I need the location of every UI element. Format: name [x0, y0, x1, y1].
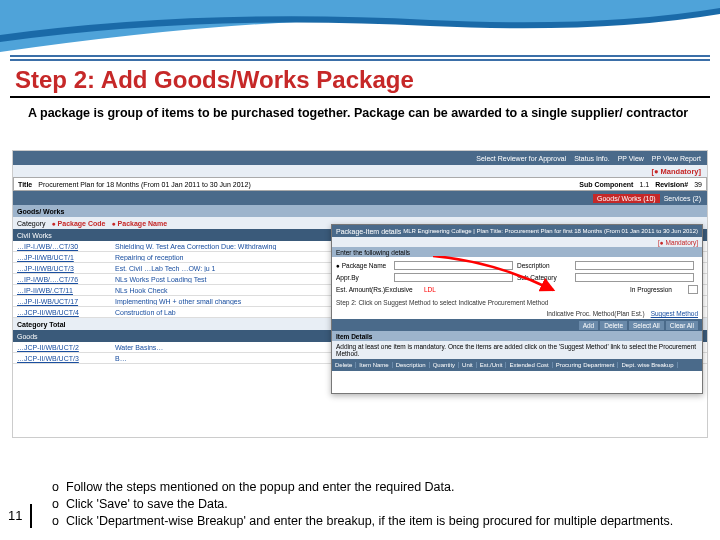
item-instructions: Adding at least one item is mandatory. O…	[332, 341, 702, 359]
description-input[interactable]	[575, 261, 694, 270]
title-underline	[10, 96, 710, 98]
slide-subtitle: A package is group of items to be purcha…	[28, 105, 700, 121]
popup-context: MLR Engineering College | Plan Title: Pr…	[403, 228, 698, 234]
instruction-list: oFollow the steps mentioned on the popup…	[52, 479, 700, 530]
clear-all-button[interactable]: Clear All	[666, 321, 698, 330]
popup-mandatory: [● Mandatory]	[658, 239, 698, 246]
instruction-item: Follow the steps mentioned on the popup …	[66, 479, 454, 496]
in-progression-label: In Progression	[630, 286, 688, 293]
indicative-method-label: Indicative Proc. Method(Plan Est.)	[546, 310, 644, 317]
popup-buttons: Add Delete Select All Clear All	[332, 319, 702, 331]
subcomponent-label: Sub Component	[579, 181, 633, 188]
popup-step2-note: Step 2: Click on Suggest Method to selec…	[332, 297, 702, 308]
tab-goods-works[interactable]: Goods/ Works (10)	[593, 194, 660, 203]
tab-services[interactable]: Services (2)	[664, 195, 701, 202]
in-progression-checkbox[interactable]	[688, 285, 698, 294]
approx-by-label: Appr.By	[336, 274, 394, 281]
bullet: o	[52, 479, 66, 496]
description-label: Description	[517, 262, 575, 269]
rule-line	[10, 59, 710, 61]
col-package-name: ● Package Name	[111, 220, 167, 227]
sub-category-input[interactable]	[575, 273, 694, 282]
plan-title-row: Title Procurement Plan for 18 Months (Fr…	[13, 177, 707, 191]
suggest-method-link[interactable]: Suggest Method	[651, 310, 698, 317]
pp-view-report-link[interactable]: PP View Report	[652, 155, 701, 162]
mandatory-legend: [● Mandatory]	[651, 167, 701, 176]
popup-step1: Enter the following details	[336, 249, 410, 256]
item-table-header: Delete Item Name Description Quantity Un…	[332, 359, 702, 371]
delete-button[interactable]: Delete	[600, 321, 627, 330]
add-button[interactable]: Add	[579, 321, 599, 330]
item-details-header: Item Details	[332, 331, 702, 341]
embedded-screenshot: Select Reviewer for Approval Status Info…	[12, 150, 708, 438]
title-label: Title	[18, 181, 32, 188]
select-reviewer-link[interactable]: Select Reviewer for Approval	[476, 155, 566, 162]
pp-view-link[interactable]: PP View	[618, 155, 644, 162]
col-package-code: ● Package Code	[51, 220, 105, 227]
revision-value: 39	[694, 181, 702, 188]
instruction-item: Click 'Department-wise Breakup' and ente…	[66, 513, 673, 530]
sub-category-label: Sub Category	[517, 274, 575, 281]
approx-by-input[interactable]	[394, 273, 513, 282]
popup-title: Package-Item details	[336, 228, 401, 235]
package-name-input[interactable]	[394, 261, 513, 270]
tab-strip: Goods/ Works (10) Services (2)	[13, 191, 707, 205]
bullet: o	[52, 513, 66, 530]
slide-title: Step 2: Add Goods/Works Package	[15, 66, 414, 94]
subcomponent-value: 1.1	[639, 181, 649, 188]
est-amt-hint: LDL	[424, 286, 436, 293]
goods-works-section: Goods/ Works	[13, 205, 707, 217]
est-amt-label: Est. Amount(Rs.)Exclusive	[336, 286, 424, 293]
col-category: Category	[17, 220, 45, 227]
package-name-label: ● Package Name	[336, 262, 394, 269]
select-all-button[interactable]: Select All	[629, 321, 664, 330]
rule-line	[10, 55, 710, 57]
package-item-popup: Package-Item detailsMLR Engineering Coll…	[331, 224, 703, 394]
decorative-wave	[0, 0, 720, 55]
instruction-item: Click 'Save' to save the Data.	[66, 496, 228, 513]
page-number: 11	[8, 504, 32, 528]
app-toolbar: Select Reviewer for Approval Status Info…	[13, 151, 707, 165]
status-info-link[interactable]: Status Info.	[574, 155, 609, 162]
item-table-body	[332, 371, 702, 393]
bullet: o	[52, 496, 66, 513]
revision-label: Revision#	[655, 181, 688, 188]
title-value: Procurement Plan for 18 Months (From 01 …	[38, 181, 250, 188]
